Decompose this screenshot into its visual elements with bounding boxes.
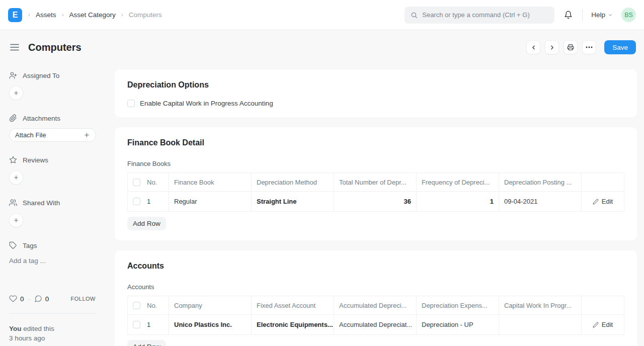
chevron-right-icon	[549, 44, 555, 51]
shared-with-header: Shared With	[9, 199, 100, 207]
like-button[interactable]: 0	[9, 295, 24, 303]
app-logo[interactable]: E	[8, 8, 22, 22]
cell-posting-date[interactable]: 09-04-2021	[499, 192, 582, 211]
pencil-icon	[593, 199, 599, 205]
page-header: Computers Save	[0, 30, 644, 61]
header-cell-company: Company	[169, 296, 252, 314]
assigned-to-header: Assigned To	[9, 71, 100, 79]
comment-icon	[34, 295, 42, 303]
next-record-button[interactable]	[545, 40, 559, 54]
help-menu[interactable]: Help	[591, 11, 613, 19]
comments-button[interactable]: 0	[34, 295, 49, 303]
form-sidebar: Assigned To Attachments Attach File	[6, 69, 100, 346]
breadcrumb-assets[interactable]: Assets	[36, 11, 56, 19]
page-title: Computers	[28, 42, 82, 53]
cell-company[interactable]: Unico Plastics Inc.	[169, 315, 252, 334]
cell-depreciation-expense[interactable]: Depreciation - UP	[417, 315, 499, 334]
prev-record-button[interactable]	[526, 40, 540, 54]
assigned-to-section: Assigned To	[9, 71, 100, 100]
reviews-header: Reviews	[9, 156, 100, 164]
breadcrumb: Assets Asset Category Computers	[27, 11, 162, 19]
comments-count: 0	[45, 295, 49, 303]
row-checkbox[interactable]	[133, 321, 140, 328]
row-checkbox[interactable]	[133, 198, 140, 205]
global-search[interactable]	[405, 7, 554, 24]
user-plus-icon	[9, 71, 17, 79]
cell-accumulated-depreciation[interactable]: Accumulated Depreciat...	[334, 315, 417, 334]
form-body: Depreciation Options Enable Capital Work…	[115, 69, 637, 346]
breadcrumb-current: Computers	[129, 11, 162, 19]
nav-right: Help BS	[405, 7, 636, 24]
add-review-button[interactable]	[9, 170, 23, 185]
table-header-row: No. Finance Book Depreciation Method Tot…	[128, 173, 624, 191]
activity-entry: You edited this 3 hours ago	[9, 324, 100, 343]
add-tag-input[interactable]: Add a tag ...	[9, 257, 100, 265]
paperclip-icon	[9, 114, 17, 122]
shared-with-section: Shared With	[9, 199, 100, 227]
plus-icon	[13, 217, 19, 223]
avatar[interactable]: BS	[621, 8, 636, 22]
tag-icon	[9, 241, 17, 249]
pencil-icon	[593, 322, 599, 328]
sidebar-divider	[9, 313, 96, 314]
plus-icon	[84, 132, 90, 138]
reviews-section: Reviews	[9, 156, 100, 185]
cwip-checkbox[interactable]	[127, 100, 135, 107]
cell-finance-book[interactable]: Regular	[169, 192, 252, 211]
breadcrumb-asset-category[interactable]: Asset Category	[69, 11, 116, 19]
cell-capital-wip[interactable]	[499, 315, 582, 334]
reviews-label: Reviews	[23, 156, 48, 164]
follow-button[interactable]: FOLLOW	[71, 296, 96, 302]
notifications-button[interactable]	[563, 10, 574, 20]
help-label: Help	[591, 11, 605, 19]
header-cell-posting-date: Depreciation Posting ...	[499, 173, 582, 191]
attach-file-button[interactable]: Attach File	[9, 128, 96, 142]
table-header-row: No. Company Fixed Asset Account Accumula…	[128, 296, 624, 314]
cwip-checkbox-label[interactable]: Enable Capital Work in Progress Accounti…	[140, 100, 273, 107]
bell-icon	[564, 11, 573, 19]
header-cell-no: No.	[128, 296, 169, 314]
depreciation-options-card: Depreciation Options Enable Capital Work…	[115, 69, 637, 117]
likes-count: 0	[20, 295, 24, 303]
save-button[interactable]: Save	[604, 40, 636, 54]
avatar-initials: BS	[624, 12, 633, 19]
header-cell-depreciation-method: Depreciation Method	[252, 173, 334, 191]
cell-depreciation-method[interactable]: Straight Line	[252, 192, 334, 211]
col-header-label: No.	[147, 179, 157, 186]
table-row: 1 Unico Plastics Inc. Electronic Equipme…	[128, 314, 624, 334]
row-select-cell: 1	[128, 192, 169, 211]
activity-time: 3 hours ago	[9, 333, 100, 343]
edit-label: Edit	[602, 321, 613, 328]
plus-icon	[13, 90, 19, 96]
tags-header: Tags	[9, 241, 100, 249]
header-cell-fixed-asset-account: Fixed Asset Account	[252, 296, 334, 314]
add-assignment-button[interactable]	[9, 86, 23, 100]
header-cell-actions	[582, 296, 624, 314]
tags-label: Tags	[23, 242, 37, 249]
cell-frequency[interactable]: 1	[417, 192, 499, 211]
attachments-section: Attachments Attach File	[9, 114, 100, 142]
search-input[interactable]	[422, 11, 548, 19]
sidebar-toggle-button[interactable]	[9, 43, 20, 52]
finance-books-table-label: Finance Books	[127, 160, 624, 167]
assigned-to-label: Assigned To	[23, 72, 59, 79]
row-number: 1	[147, 321, 150, 328]
nav-divider	[582, 9, 583, 21]
cell-fixed-asset-account[interactable]: Electronic Equipments...	[252, 315, 334, 334]
row-edit-button[interactable]: Edit	[582, 192, 624, 211]
header-cell-frequency: Frequency of Depreci...	[417, 173, 499, 191]
row-edit-button[interactable]: Edit	[582, 315, 624, 334]
print-button[interactable]	[564, 40, 578, 54]
finance-books-add-row-button[interactable]: Add Row	[127, 217, 166, 230]
header-cell-total-depreciations: Total Number of Depr...	[334, 173, 417, 191]
select-all-checkbox[interactable]	[133, 179, 140, 186]
activity-actor: You	[9, 325, 22, 332]
chevron-down-icon	[608, 13, 613, 18]
cell-total-depreciations[interactable]: 36	[334, 192, 417, 211]
more-options-button[interactable]	[582, 40, 596, 54]
select-all-checkbox[interactable]	[133, 302, 140, 309]
add-share-button[interactable]	[9, 213, 23, 227]
header-cell-accumulated-depreciation: Accumulated Depreci...	[334, 296, 417, 314]
accounts-add-row-button[interactable]: Add Row	[127, 340, 166, 346]
ellipsis-icon	[586, 46, 593, 48]
